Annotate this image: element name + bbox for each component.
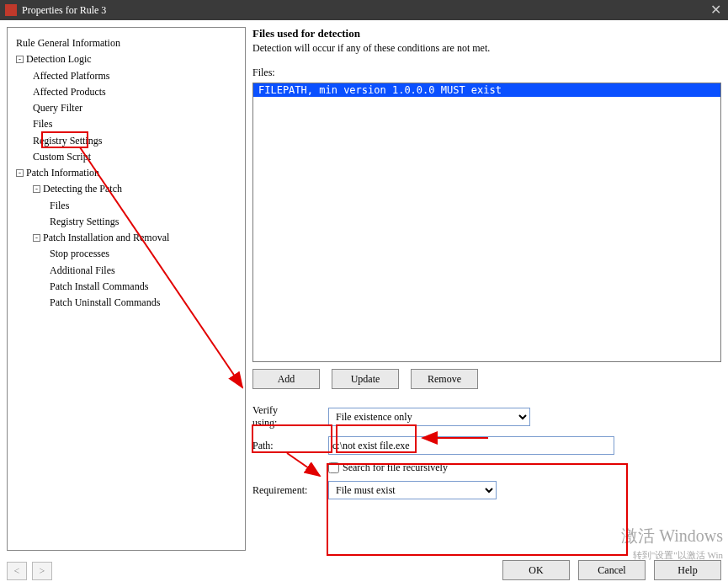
update-button[interactable]: Update [332, 369, 399, 389]
footer-buttons: OK Cancel Help [502, 560, 721, 580]
tree-custom-script[interactable]: Custom Script [11, 148, 242, 164]
next-button[interactable]: > [32, 562, 52, 580]
titlebar: Properties for Rule 3 ✕ [0, 0, 728, 20]
form-grid: Verifyusing: File existence only Path: S… [252, 404, 721, 499]
collapse-icon[interactable]: - [33, 234, 40, 242]
requirement-select[interactable]: File must exist [328, 481, 497, 499]
tree-dp-files[interactable]: Files [11, 197, 242, 213]
requirement-label: Requirement: [252, 484, 328, 497]
section-title: Files used for detection [252, 27, 721, 40]
path-label: Path: [252, 440, 328, 452]
tree-rule-general[interactable]: Rule General Information [11, 35, 242, 51]
tree-detecting-patch[interactable]: -Detecting the Patch [11, 180, 242, 196]
tree-files[interactable]: Files [11, 115, 242, 131]
tree-panel: Rule General Information -Detection Logi… [7, 27, 246, 551]
tree-patch-install-removal[interactable]: -Patch Installation and Removal [11, 229, 242, 245]
collapse-icon[interactable]: - [33, 185, 40, 193]
section-subtitle: Detection will occur if any of these con… [252, 42, 721, 55]
tree-additional-files[interactable]: Additional Files [11, 262, 242, 278]
list-buttons: Add Update Remove [252, 369, 721, 389]
collapse-icon[interactable]: - [16, 169, 24, 177]
content-area: Rule General Information -Detection Logi… [0, 20, 728, 551]
tree-patch-information[interactable]: -Patch Information [11, 164, 242, 180]
app-icon [5, 4, 17, 16]
files-label: Files: [252, 67, 721, 79]
files-listbox[interactable]: FILEPATH, min version 1.0.0.0 MUST exist [252, 83, 721, 362]
nav-buttons: < > [7, 562, 52, 580]
prev-button[interactable]: < [7, 562, 27, 580]
list-item[interactable]: FILEPATH, min version 1.0.0.0 MUST exist [253, 83, 720, 97]
collapse-icon[interactable]: - [16, 56, 24, 63]
add-button[interactable]: Add [252, 369, 320, 389]
tree-query-filter[interactable]: Query Filter [11, 99, 242, 115]
tree-dp-registry[interactable]: Registry Settings [11, 213, 242, 229]
search-recursive-checkbox[interactable] [328, 462, 339, 473]
verify-select[interactable]: File existence only [328, 408, 530, 426]
ok-button[interactable]: OK [502, 560, 570, 580]
tree-registry-settings[interactable]: Registry Settings [11, 132, 242, 148]
search-recursive-label: Search for file recursively [343, 462, 448, 474]
tree-affected-products[interactable]: Affected Products [11, 83, 242, 99]
right-panel: Files used for detection Detection will … [252, 27, 721, 551]
verify-label: Verifyusing: [252, 404, 328, 430]
tree-install-commands[interactable]: Patch Install Commands [11, 278, 242, 294]
tree-affected-platforms[interactable]: Affected Platforms [11, 67, 242, 83]
tree-uninstall-commands[interactable]: Patch Uninstall Commands [11, 294, 242, 310]
cancel-button[interactable]: Cancel [578, 560, 646, 580]
tree-stop-processes[interactable]: Stop processes [11, 245, 242, 261]
close-icon[interactable]: ✕ [710, 2, 721, 18]
tree-detection-logic[interactable]: -Detection Logic [11, 51, 242, 67]
remove-button[interactable]: Remove [411, 369, 478, 389]
window-title: Properties for Rule 3 [22, 4, 106, 17]
path-input[interactable] [328, 436, 614, 455]
help-button[interactable]: Help [654, 560, 721, 580]
